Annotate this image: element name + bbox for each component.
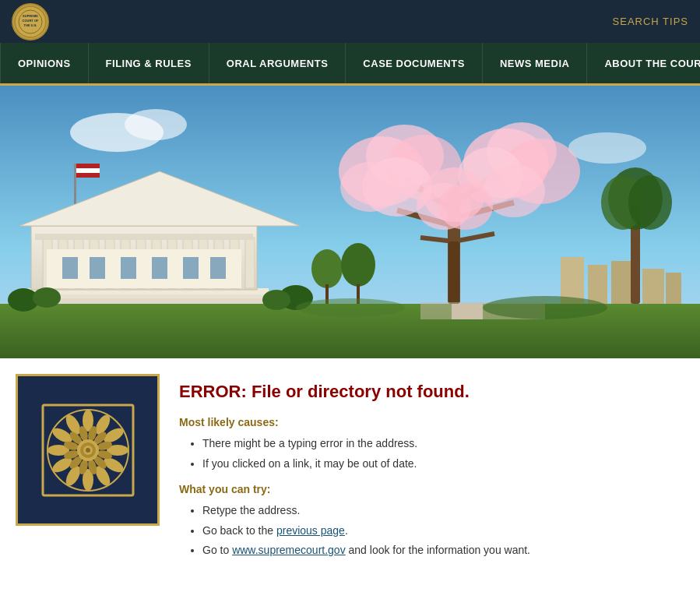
previous-page-link[interactable]: previous page (276, 524, 345, 537)
nav-item-opinions[interactable]: OPINIONS (0, 43, 89, 83)
actions-label: What you can try: (179, 483, 684, 495)
cause-item-2: If you clicked on a link, it may be out … (202, 456, 684, 472)
svg-rect-14 (666, 273, 681, 304)
svg-rect-74 (448, 241, 459, 304)
supremecourt-link[interactable]: www.supremecourt.gov (232, 544, 346, 556)
svg-point-112 (86, 448, 90, 453)
nav-item-filing-rules[interactable]: FILING & RULES (89, 43, 209, 83)
nav-item-news-media[interactable]: NEWS MEDIA (483, 43, 588, 83)
svg-point-52 (341, 243, 375, 287)
svg-point-7 (125, 109, 187, 140)
svg-rect-38 (35, 234, 253, 240)
go-back-suffix: . (345, 524, 348, 537)
causes-list: There might be a typing error in the add… (202, 436, 684, 471)
causes-label: Most likely causes: (179, 416, 684, 428)
error-content: ERROR: File or directory not found. Most… (175, 374, 700, 578)
svg-rect-42 (121, 257, 136, 279)
hero-image (0, 86, 700, 358)
main-content-area: ERROR: File or directory not found. Most… (0, 358, 700, 592)
error-title: ERROR: File or directory not found. (179, 382, 684, 402)
svg-point-73 (438, 183, 493, 230)
svg-rect-13 (642, 269, 664, 304)
retype-text: Retype the address. (202, 504, 300, 516)
main-navigation: OPINIONS FILING & RULES ORAL ARGUMENTS C… (0, 43, 700, 86)
nav-item-oral-arguments[interactable]: ORAL ARGUMENTS (209, 43, 346, 83)
nav-item-about-court[interactable]: ABOUT THE COURT (587, 43, 700, 83)
svg-point-47 (33, 287, 61, 308)
svg-point-8 (568, 132, 646, 164)
hero-scene-svg (0, 86, 700, 358)
actions-list: Retype the address. Go back to the previ… (202, 503, 684, 559)
logo-area: SUPREME COURT OF THE U.S. (12, 3, 49, 41)
search-tips-label[interactable]: SEARCH TIPS (613, 16, 688, 27)
rosette-svg (41, 403, 135, 497)
svg-rect-44 (183, 257, 199, 279)
svg-rect-18 (76, 173, 100, 178)
svg-point-65 (340, 162, 399, 212)
action-item-1: Retype the address. (202, 503, 684, 519)
svg-point-81 (483, 296, 607, 319)
action-item-3: Go to www.supremecourt.gov and look for … (202, 543, 684, 559)
svg-point-78 (628, 175, 672, 230)
svg-rect-41 (90, 257, 105, 279)
svg-text:THE U.S.: THE U.S. (24, 23, 37, 27)
svg-text:COURT OF: COURT OF (23, 19, 39, 23)
svg-point-82 (296, 298, 405, 317)
svg-rect-40 (62, 257, 78, 279)
svg-rect-17 (76, 168, 100, 173)
svg-text:SUPREME: SUPREME (23, 14, 38, 18)
svg-point-50 (311, 249, 343, 288)
go-back-prefix: Go back to the (202, 524, 276, 537)
svg-rect-43 (152, 257, 167, 279)
action-item-2: Go back to the previous page. (202, 523, 684, 539)
sidebar-rosette-image (16, 374, 160, 526)
svg-rect-37 (245, 238, 255, 288)
cause-item-1: There might be a typing error in the add… (202, 436, 684, 452)
go-to-prefix: Go to (202, 544, 232, 556)
top-header-bar: SUPREME COURT OF THE U.S. SEARCH TIPS (0, 0, 700, 43)
svg-rect-45 (210, 257, 226, 279)
go-to-suffix: and look for the information you want. (346, 544, 530, 556)
svg-rect-11 (588, 265, 607, 304)
nav-item-case-documents[interactable]: CASE DOCUMENTS (346, 43, 483, 83)
court-seal: SUPREME COURT OF THE U.S. (12, 3, 49, 41)
svg-point-49 (262, 290, 290, 310)
